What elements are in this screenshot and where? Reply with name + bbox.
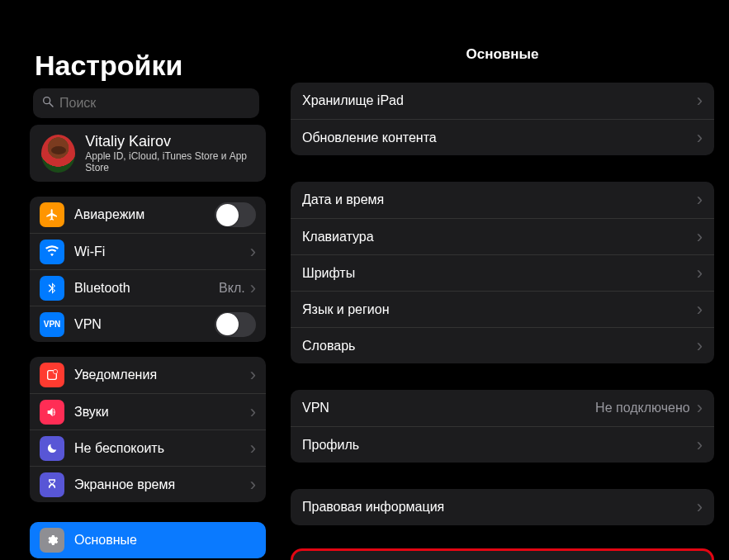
- locale-group: Дата и время › Клавиатура › Шрифты › Язы…: [291, 182, 714, 363]
- storage-group: Хранилище iPad › Обновление контента ›: [291, 83, 714, 155]
- hourglass-icon: [40, 472, 64, 497]
- chevron-right-icon: ›: [250, 439, 256, 458]
- sidebar-item-bluetooth[interactable]: Bluetooth Вкл. ›: [30, 269, 266, 306]
- main-panel: Основные Хранилище iPad › Обновление кон…: [276, 0, 729, 560]
- sidebar-item-label: Основные: [74, 533, 256, 548]
- chevron-right-icon: ›: [250, 366, 256, 384]
- chevron-right-icon: ›: [697, 436, 703, 454]
- gear-icon: [40, 528, 64, 553]
- vpn-status: Не подключено: [595, 401, 690, 415]
- avatar: [41, 135, 75, 173]
- row-vpn[interactable]: VPN Не подключено ›: [291, 390, 714, 426]
- network-group: VPN Не подключено › Профиль ›: [291, 390, 714, 463]
- row-ipad-storage[interactable]: Хранилище iPad ›: [291, 83, 714, 119]
- alerts-group: Уведомления › Звуки › Не беспокоить ›: [30, 357, 266, 502]
- chevron-right-icon: ›: [697, 191, 703, 209]
- chevron-right-icon: ›: [250, 243, 256, 261]
- row-datetime[interactable]: Дата и время ›: [291, 182, 714, 218]
- sidebar-item-label: Звуки: [74, 405, 250, 420]
- chevron-right-icon: ›: [697, 92, 703, 110]
- sounds-icon: [40, 400, 64, 425]
- row-label: Язык и регион: [302, 302, 697, 317]
- row-language-region[interactable]: Язык и регион ›: [291, 291, 714, 327]
- row-label: Правовая информация: [302, 500, 697, 515]
- moon-icon: [40, 436, 64, 461]
- sidebar-item-notifications[interactable]: Уведомления ›: [30, 357, 266, 393]
- sidebar-item-label: Bluetooth: [74, 281, 219, 296]
- row-label: Клавиатура: [302, 230, 697, 244]
- reset-group: Сброс ›: [291, 548, 714, 560]
- sidebar-item-label: Экранное время: [74, 477, 250, 492]
- row-reset[interactable]: Сброс ›: [293, 551, 712, 560]
- sidebar-item-label: Авиарежим: [74, 207, 215, 222]
- legal-group: Правовая информация ›: [291, 489, 714, 525]
- row-dictionary[interactable]: Словарь ›: [291, 327, 714, 363]
- chevron-right-icon: ›: [697, 228, 703, 246]
- account-subtitle: Apple ID, iCloud, iTunes Store и App Sto…: [85, 150, 254, 173]
- system-group: Основные: [30, 522, 266, 558]
- row-profile[interactable]: Профиль ›: [291, 426, 714, 463]
- sidebar-item-dnd[interactable]: Не беспокоить ›: [30, 429, 266, 466]
- row-legal[interactable]: Правовая информация ›: [291, 489, 714, 525]
- chevron-right-icon: ›: [697, 301, 703, 319]
- chevron-right-icon: ›: [697, 129, 703, 147]
- search-input[interactable]: [59, 96, 251, 111]
- sidebar-item-label: Wi-Fi: [74, 244, 245, 259]
- account-card[interactable]: Vitaliy Kairov Apple ID, iCloud, iTunes …: [30, 125, 266, 182]
- chevron-right-icon: ›: [250, 279, 256, 297]
- sidebar-item-vpn[interactable]: VPN VPN: [30, 306, 266, 342]
- sidebar-item-screentime[interactable]: Экранное время ›: [30, 466, 266, 502]
- wifi-icon: [40, 240, 64, 264]
- row-label: VPN: [302, 401, 595, 415]
- sidebar-item-label: Уведомления: [74, 368, 250, 382]
- sidebar-item-general[interactable]: Основные: [30, 522, 266, 558]
- account-name: Vitaliy Kairov: [85, 133, 254, 150]
- vpn-toggle[interactable]: [215, 312, 256, 337]
- chevron-right-icon: ›: [250, 403, 256, 421]
- row-content-refresh[interactable]: Обновление контента ›: [291, 119, 714, 155]
- chevron-right-icon: ›: [697, 399, 703, 417]
- row-fonts[interactable]: Шрифты ›: [291, 254, 714, 291]
- vpn-icon: VPN: [40, 312, 64, 337]
- bluetooth-value: Вкл.: [219, 281, 245, 296]
- row-label: Словарь: [302, 339, 697, 354]
- search-field[interactable]: [33, 88, 259, 118]
- chevron-right-icon: ›: [250, 476, 256, 494]
- sidebar-item-wifi[interactable]: Wi-Fi ›: [30, 233, 266, 269]
- row-label: Обновление контента: [302, 131, 697, 145]
- svg-point-3: [53, 369, 57, 373]
- sidebar: Настройки Vitaliy Kairov Apple ID, iClou…: [0, 0, 276, 560]
- sidebar-item-sounds[interactable]: Звуки ›: [30, 393, 266, 429]
- row-label: Профиль: [302, 438, 690, 453]
- row-keyboard[interactable]: Клавиатура ›: [291, 218, 714, 254]
- sidebar-item-airplane[interactable]: Авиарежим: [30, 197, 266, 233]
- airplane-icon: [40, 202, 64, 227]
- sidebar-item-label: Не беспокоить: [74, 441, 250, 456]
- airplane-toggle[interactable]: [215, 202, 256, 227]
- svg-line-1: [50, 103, 53, 107]
- row-label: Дата и время: [302, 192, 697, 207]
- chevron-right-icon: ›: [697, 498, 703, 516]
- page-title: Настройки: [0, 50, 276, 87]
- search-icon: [41, 95, 54, 112]
- chevron-right-icon: ›: [697, 337, 703, 355]
- bluetooth-icon: [40, 276, 64, 301]
- chevron-right-icon: ›: [697, 264, 703, 282]
- row-label: Хранилище iPad: [302, 93, 697, 108]
- main-header: Основные: [276, 36, 729, 73]
- notifications-icon: [40, 363, 64, 387]
- connectivity-group: Авиарежим Wi-Fi › Bluetooth Вкл: [30, 197, 266, 342]
- svg-point-0: [44, 97, 50, 104]
- sidebar-item-label: VPN: [74, 317, 215, 332]
- row-label: Шрифты: [302, 266, 697, 281]
